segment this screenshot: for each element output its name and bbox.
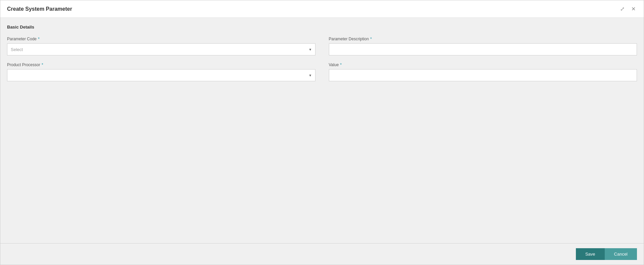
- dialog-title: Create System Parameter: [7, 6, 72, 12]
- value-group: Value *: [329, 62, 637, 81]
- parameter-code-select[interactable]: Select: [7, 43, 315, 55]
- cancel-button[interactable]: Cancel: [605, 248, 637, 260]
- parameter-code-required: *: [38, 36, 40, 41]
- close-button[interactable]: ✕: [630, 6, 637, 12]
- parameter-description-input[interactable]: [329, 43, 637, 55]
- dialog-body: Basic Details Parameter Code * Select: [0, 18, 644, 243]
- parameter-code-group: Parameter Code * Select: [7, 36, 315, 55]
- resize-button[interactable]: ⤢: [619, 6, 626, 12]
- basic-details-section: Basic Details Parameter Code * Select: [0, 18, 644, 91]
- parameter-description-label: Parameter Description *: [329, 36, 637, 41]
- value-label: Value *: [329, 62, 637, 67]
- section-title: Basic Details: [7, 25, 637, 30]
- product-processor-group: Product Processor *: [7, 62, 315, 81]
- dialog-header: Create System Parameter ⤢ ✕: [0, 0, 644, 18]
- parameter-description-required: *: [370, 36, 372, 41]
- dialog-footer: Save Cancel: [0, 243, 644, 265]
- value-required: *: [340, 62, 342, 67]
- header-icons: ⤢ ✕: [619, 6, 637, 12]
- parameter-code-select-wrapper: Select: [7, 43, 315, 55]
- product-processor-select-wrapper: [7, 69, 315, 81]
- save-button[interactable]: Save: [576, 248, 605, 260]
- form-grid: Parameter Code * Select Parameter Descri…: [7, 36, 637, 81]
- value-input[interactable]: [329, 69, 637, 81]
- product-processor-label: Product Processor *: [7, 62, 315, 67]
- parameter-description-group: Parameter Description *: [329, 36, 637, 55]
- resize-icon: ⤢: [620, 6, 625, 12]
- parameter-code-label: Parameter Code *: [7, 36, 315, 41]
- create-system-parameter-dialog: Create System Parameter ⤢ ✕ Basic Detail…: [0, 0, 644, 265]
- close-icon: ✕: [631, 6, 636, 12]
- product-processor-required: *: [42, 62, 43, 67]
- product-processor-select[interactable]: [7, 69, 315, 81]
